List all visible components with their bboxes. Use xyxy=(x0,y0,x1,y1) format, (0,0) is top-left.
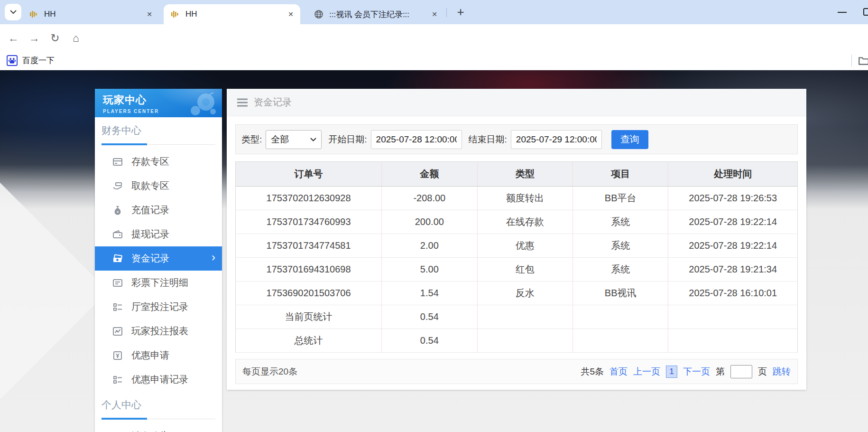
moneybag-icon: ¥ xyxy=(112,205,123,216)
tab-close-icon[interactable]: ✕ xyxy=(144,9,155,20)
table-cell xyxy=(477,329,573,353)
sidebar-item-recharge-records[interactable]: ¥充值记录 xyxy=(95,198,222,222)
end-date-label: 结束日期: xyxy=(469,133,507,146)
sidebar-item-promo-apply[interactable]: 优惠申请 xyxy=(95,343,222,367)
next-page-link[interactable]: 下一页 xyxy=(683,366,710,378)
page-title: 资金记录 xyxy=(254,96,292,109)
tab-close-icon[interactable]: ✕ xyxy=(285,9,296,20)
tab-title: HH xyxy=(44,9,144,19)
sidebar-item-label: 消息公告 xyxy=(131,430,169,432)
sidebar-item-funds-records[interactable]: 资金记录› xyxy=(95,246,222,271)
tab-title: :::视讯 会员下注纪录::: xyxy=(329,9,429,20)
bookmark-baidu[interactable]: 百度一下 xyxy=(7,54,55,67)
list-icon xyxy=(112,277,123,289)
start-date-label: 开始日期: xyxy=(328,133,367,146)
table-cell: 5.00 xyxy=(382,258,477,282)
tab-title: HH xyxy=(185,9,285,19)
withdraw-hand-icon xyxy=(112,180,123,192)
sidebar-item-messages[interactable]: 消息公告 xyxy=(95,424,222,432)
table-row: 17537016943106985.00红包系统2025-07-28 19:21… xyxy=(236,258,798,282)
table-cell xyxy=(573,305,668,329)
current-page-badge[interactable]: 1 xyxy=(666,366,677,378)
reload-button[interactable]: ↻ xyxy=(47,30,63,46)
table-cell xyxy=(573,329,668,353)
search-button[interactable]: 查询 xyxy=(611,130,648,149)
table-cell: 0.54 xyxy=(382,329,477,353)
start-date-input[interactable] xyxy=(371,130,462,149)
new-tab-button[interactable]: + xyxy=(452,3,470,21)
table-cell: 2025-07-28 19:22:14 xyxy=(668,234,798,258)
main-panel: 资金记录 类型: 全部 开始日期: 结束日期: 查询 订单号金额类型项目处理时间… xyxy=(227,89,806,390)
funds-records-table: 订单号金额类型项目处理时间 1753702012630928-208.00额度转… xyxy=(235,161,798,353)
page-jump-input[interactable] xyxy=(730,365,752,378)
type-label: 类型: xyxy=(241,133,262,146)
table-cell: 1753701734760993 xyxy=(236,210,382,234)
table-cell: BB平台 xyxy=(573,187,668,210)
back-button[interactable]: ← xyxy=(6,30,21,46)
chart-icon xyxy=(112,326,123,337)
table-row: 17537017347745812.00优惠系统2025-07-28 19:22… xyxy=(236,234,798,258)
globe-favicon xyxy=(314,9,323,19)
pagination-bar: 每页显示20条 共5条 首页 上一页 1 下一页 第 页 跳转 xyxy=(235,359,798,384)
table-cell: 反水 xyxy=(477,282,573,305)
pagination-controls: 共5条 首页 上一页 1 下一页 第 页 跳转 xyxy=(581,365,791,378)
table-cell: 额度转出 xyxy=(477,187,573,210)
sidebar-section-title: 个人中心 xyxy=(102,392,215,412)
window-minimize-button[interactable] xyxy=(838,12,847,13)
table-cell: 2.00 xyxy=(382,234,477,258)
waveform-favicon xyxy=(29,9,38,19)
baidu-paw-icon xyxy=(7,55,18,66)
grid-list-icon xyxy=(112,374,123,385)
browser-tab-strip: + HH✕HH✕:::视讯 会员下注纪录:::✕ xyxy=(0,0,868,24)
section-underline xyxy=(102,417,215,419)
table-cell: 2025-07-28 19:21:34 xyxy=(668,258,798,282)
section-underline xyxy=(102,143,215,145)
table-cell: 1753690201503706 xyxy=(236,282,382,305)
banknotes-icon xyxy=(112,253,123,264)
sidebar-item-label: 彩票下注明细 xyxy=(131,276,188,289)
first-page-link[interactable]: 首页 xyxy=(609,366,628,378)
table-cell xyxy=(668,329,798,353)
type-select[interactable]: 全部 xyxy=(266,130,322,149)
filter-bar: 类型: 全部 开始日期: 结束日期: 查询 xyxy=(235,124,798,154)
summary-row: 总统计0.54 xyxy=(236,329,798,353)
table-cell: 优惠 xyxy=(477,234,573,258)
wallet-icon xyxy=(112,229,123,240)
prev-page-link[interactable]: 上一页 xyxy=(633,366,660,378)
browser-tab-2[interactable]: HH✕ xyxy=(164,4,300,24)
sidebar-item-promo-apply-records[interactable]: 优惠申请记录 xyxy=(95,367,222,392)
sidebar-item-label: 提现记录 xyxy=(131,228,169,241)
table-cell: 1753701694310698 xyxy=(236,258,382,282)
jump-suffix-label: 页 xyxy=(758,366,767,378)
column-header: 项目 xyxy=(573,162,668,187)
table-cell: 2025-07-28 16:10:01 xyxy=(668,282,798,305)
person-icon xyxy=(112,431,123,432)
column-header: 金额 xyxy=(382,162,477,187)
sidebar-item-withdraw-records[interactable]: 提现记录 xyxy=(95,222,222,246)
jump-prefix-label: 第 xyxy=(716,366,725,378)
end-date-input[interactable] xyxy=(511,130,602,149)
svg-text:¥: ¥ xyxy=(116,209,119,214)
chevron-right-icon: › xyxy=(212,252,215,263)
sidebar-item-lottery-bet-details[interactable]: 彩票下注明细 xyxy=(95,271,222,295)
sidebar-item-deposit-zone[interactable]: 存款专区 xyxy=(95,150,222,174)
bookmarks-folder-icon[interactable] xyxy=(858,55,868,67)
table-cell: 在线存款 xyxy=(477,210,573,234)
sidebar-item-label: 取款专区 xyxy=(131,179,169,192)
browser-toolbar: ← → ↻ ⌂ mgm1065.com/hhcp/usercenter.html… xyxy=(0,24,868,51)
chevron-down-icon xyxy=(10,10,17,14)
window-maximize-button[interactable] xyxy=(863,8,868,16)
tab-close-icon[interactable]: ✕ xyxy=(429,9,440,20)
browser-tab-1[interactable]: HH✕ xyxy=(22,4,159,24)
sidebar-item-label: 优惠申请记录 xyxy=(131,373,188,386)
sidebar-item-hall-bet-records[interactable]: 厅室投注记录 xyxy=(95,295,222,319)
sidebar-item-player-bet-report[interactable]: 玩家投注报表 xyxy=(95,319,222,343)
forward-button[interactable]: → xyxy=(27,30,42,46)
tab-search-button[interactable] xyxy=(5,4,21,20)
waveform-favicon xyxy=(170,9,180,19)
jump-button[interactable]: 跳转 xyxy=(773,366,791,378)
home-button[interactable]: ⌂ xyxy=(68,30,83,46)
sidebar-item-withdraw-zone[interactable]: 取款专区 xyxy=(95,174,222,198)
bookmarks-separator xyxy=(851,55,852,66)
browser-tab-3[interactable]: :::视讯 会员下注纪录:::✕ xyxy=(307,4,444,24)
